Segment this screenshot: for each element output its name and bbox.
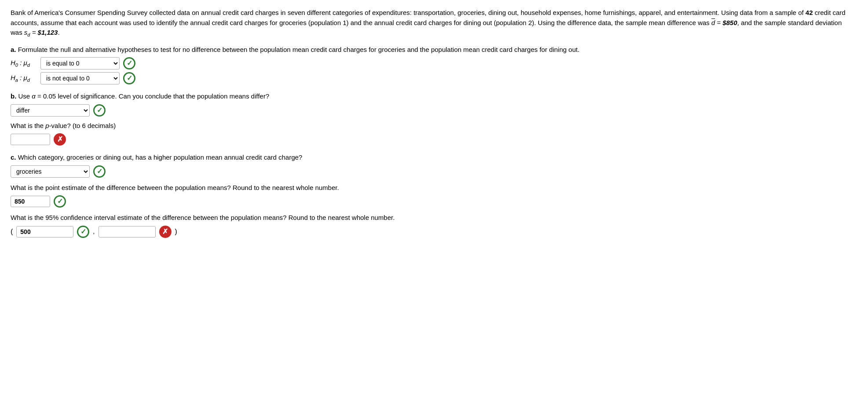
pvalue-row: ✗: [11, 133, 857, 146]
ci-upper-incorrect-icon: ✗: [159, 226, 171, 238]
ha-dropdown[interactable]: is not equal to 0 is equal to 0 is less …: [40, 72, 120, 84]
ci-close-paren: ): [175, 226, 177, 237]
pvalue-input[interactable]: [11, 134, 50, 145]
sd-notation: sd = $1,123: [24, 29, 58, 36]
mean-d-overline: d: [711, 19, 715, 26]
sample-size: 42: [806, 9, 813, 16]
part-c-title: c. Which category, groceries or dining o…: [11, 153, 857, 163]
part-b-label: b.: [11, 92, 16, 100]
sd-value: $1,123: [38, 29, 58, 36]
part-b-section: b. Use α = 0.05 level of significance. C…: [11, 91, 857, 146]
ci-label: What is the 95% confidence interval esti…: [11, 213, 857, 223]
sd-label: sd: [24, 29, 30, 36]
point-estimate-input[interactable]: [11, 196, 50, 207]
ha-row: Ha : μd is not equal to 0 is equal to 0 …: [11, 72, 857, 84]
ha-label: Ha : μd: [11, 73, 37, 84]
point-estimate-row: ✓: [11, 195, 857, 208]
differ-correct-icon: ✓: [93, 104, 106, 117]
point-estimate-label: What is the point estimate of the differ…: [11, 183, 857, 193]
ci-open-paren: (: [11, 226, 13, 237]
part-a-section: a. Formulate the null and alternative hy…: [11, 45, 857, 85]
part-c-label: c.: [11, 153, 16, 161]
differ-row: differ do not differ ✓: [11, 104, 857, 117]
pvalue-incorrect-icon: ✗: [54, 133, 66, 146]
part-a-label: a.: [11, 46, 16, 53]
part-c-section: c. Which category, groceries or dining o…: [11, 153, 857, 238]
h0-row: H0 : μd is equal to 0 is not equal to 0 …: [11, 57, 857, 69]
ci-text: What is the 95% confidence interval esti…: [11, 214, 395, 221]
part-b-title: b. Use α = 0.05 level of significance. C…: [11, 91, 857, 102]
ci-lower-correct-icon: ✓: [77, 226, 89, 238]
point-estimate-correct-icon: ✓: [54, 195, 66, 208]
category-dropdown[interactable]: groceries dining out: [11, 165, 90, 178]
part-c-text: Which category, groceries or dining out,…: [18, 153, 303, 161]
part-a-text: Formulate the null and alternative hypot…: [18, 46, 580, 53]
part-a-title: a. Formulate the null and alternative hy…: [11, 45, 857, 55]
intro-text-1: Bank of America's Consumer Spending Surv…: [11, 9, 846, 36]
category-correct-icon: ✓: [93, 165, 106, 178]
h0-correct-icon: ✓: [123, 57, 135, 69]
mean-notation: d = $850: [711, 19, 737, 26]
ci-upper-input[interactable]: [98, 226, 156, 237]
ha-correct-icon: ✓: [123, 72, 135, 84]
ci-row: ( ✓ , ✗ ): [11, 226, 857, 238]
mean-value: $850: [722, 19, 737, 26]
pvalue-label: What is the p-value? (to 6 decimals): [11, 121, 857, 131]
differ-dropdown[interactable]: differ do not differ: [11, 104, 90, 117]
ci-lower-input[interactable]: [16, 226, 73, 237]
pvalue-text: What is the p-value? (to 6 decimals): [11, 122, 116, 129]
intro-paragraph: Bank of America's Consumer Spending Surv…: [11, 8, 846, 39]
point-estimate-text: What is the point estimate of the differ…: [11, 184, 339, 191]
part-b-text: Use α = 0.05 level of significance. Can …: [18, 92, 270, 100]
ci-comma: ,: [93, 226, 95, 237]
h0-label: H0 : μd: [11, 58, 37, 69]
category-row: groceries dining out ✓: [11, 165, 857, 178]
h0-dropdown[interactable]: is equal to 0 is not equal to 0 is less …: [40, 57, 120, 69]
